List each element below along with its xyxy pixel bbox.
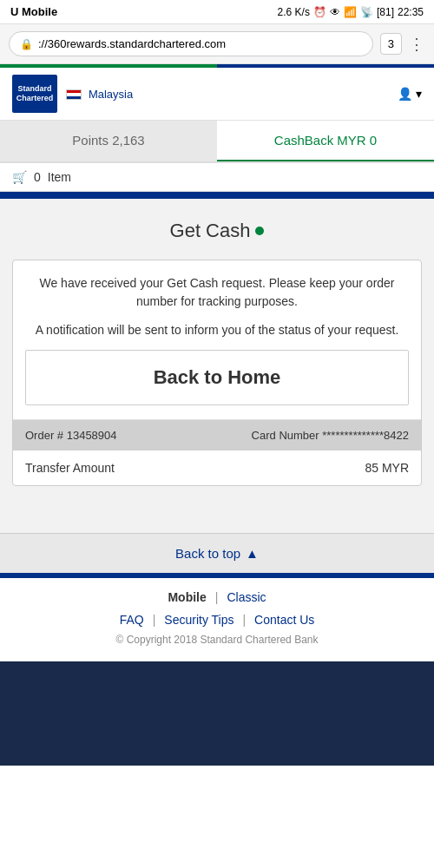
order-number-label: Order # 13458904 xyxy=(25,429,117,442)
chevron-up-icon: ▲ xyxy=(246,546,259,561)
message1: We have received your Get Cash request. … xyxy=(25,274,409,311)
blue-divider xyxy=(0,192,434,199)
cart-item-label: Item xyxy=(48,170,71,184)
footer-faq-link[interactable]: FAQ xyxy=(111,613,153,627)
cart-bar: 🛒 0 Item xyxy=(0,163,434,192)
country-label: Malaysia xyxy=(89,88,133,101)
logo-area: Standard Chartered Malaysia xyxy=(12,75,133,113)
footer-bottom-links: FAQ | Security Tips | Contact Us xyxy=(9,613,425,627)
back-to-top-bar: Back to top ▲ xyxy=(0,533,434,573)
dark-footer xyxy=(0,661,434,766)
back-to-top-link[interactable]: Back to top ▲ xyxy=(175,546,259,561)
site-header: Standard Chartered Malaysia 👤 ▾ xyxy=(0,68,434,121)
transfer-info-row: Transfer Amount 85 MYR xyxy=(13,450,421,485)
footer-classic-link[interactable]: Classic xyxy=(218,590,274,604)
tab-points[interactable]: Points 2,163 xyxy=(0,121,217,161)
browser-bar: 🔒 ://360rewards.standardchartered.com 3 … xyxy=(0,23,434,64)
status-right: 2.6 K/s ⏰ 👁 📶 📡 [81] 22:35 xyxy=(278,6,424,18)
footer-spacer xyxy=(0,507,434,533)
transfer-amount: 85 MYR xyxy=(365,461,409,475)
url-bar[interactable]: 🔒 ://360rewards.standardchartered.com xyxy=(9,31,373,56)
tab-count[interactable]: 3 xyxy=(380,33,402,55)
back-to-home-button[interactable]: Back to Home xyxy=(25,350,409,405)
speed-label: 2.6 K/s xyxy=(278,6,310,18)
footer-contact-link[interactable]: Contact Us xyxy=(246,613,323,627)
card-number-label: Card Number **************8422 xyxy=(252,429,409,442)
alarm-icon: ⏰ xyxy=(313,6,326,18)
lock-icon: 🔒 xyxy=(20,38,33,50)
confirmation-card: We have received your Get Cash request. … xyxy=(12,260,422,486)
footer-mobile-link[interactable]: Mobile xyxy=(159,590,214,604)
cart-item-count: 0 xyxy=(34,170,41,184)
transfer-label: Transfer Amount xyxy=(25,461,115,475)
logo-text-line1: Standard xyxy=(17,84,51,94)
footer-links: Mobile | Classic FAQ | Security Tips | C… xyxy=(0,578,434,661)
sc-logo: Standard Chartered xyxy=(12,75,57,113)
flag-icon xyxy=(66,89,82,100)
url-text: ://360rewards.standardchartered.com xyxy=(38,37,226,50)
order-info-row: Order # 13458904 Card Number ***********… xyxy=(13,420,421,450)
main-content: Get Cash We have received your Get Cash … xyxy=(0,199,434,507)
footer-security-link[interactable]: Security Tips xyxy=(155,613,242,627)
status-bar: U Mobile 2.6 K/s ⏰ 👁 📶 📡 [81] 22:35 xyxy=(0,0,434,23)
cart-icon: 🛒 xyxy=(12,170,27,184)
tab-cashback[interactable]: CashBack MYR 0 xyxy=(217,121,434,161)
copyright-text: © Copyright 2018 Standard Chartered Bank xyxy=(9,634,425,654)
card-body: We have received your Get Cash request. … xyxy=(13,260,421,420)
user-menu[interactable]: 👤 ▾ xyxy=(398,87,422,101)
page-title: Get Cash xyxy=(12,220,422,242)
time-label: 22:35 xyxy=(398,6,424,18)
eye-icon: 👁 xyxy=(330,6,340,18)
country-selector[interactable]: Malaysia xyxy=(66,87,133,101)
message2: A notification will be sent to inform yo… xyxy=(25,321,409,339)
points-tabs: Points 2,163 CashBack MYR 0 xyxy=(0,121,434,163)
logo-text-line2: Chartered xyxy=(16,94,54,103)
battery-label: [81] xyxy=(377,6,394,18)
green-dot-icon xyxy=(255,227,264,235)
user-icon: 👤 ▾ xyxy=(398,87,422,101)
mode-links-row: Mobile | Classic xyxy=(9,590,425,604)
signal-icon: 📡 xyxy=(360,6,373,18)
carrier-label: U Mobile xyxy=(10,5,57,18)
wifi-icon: 📶 xyxy=(344,6,357,18)
browser-menu-icon[interactable]: ⋮ xyxy=(409,35,425,54)
